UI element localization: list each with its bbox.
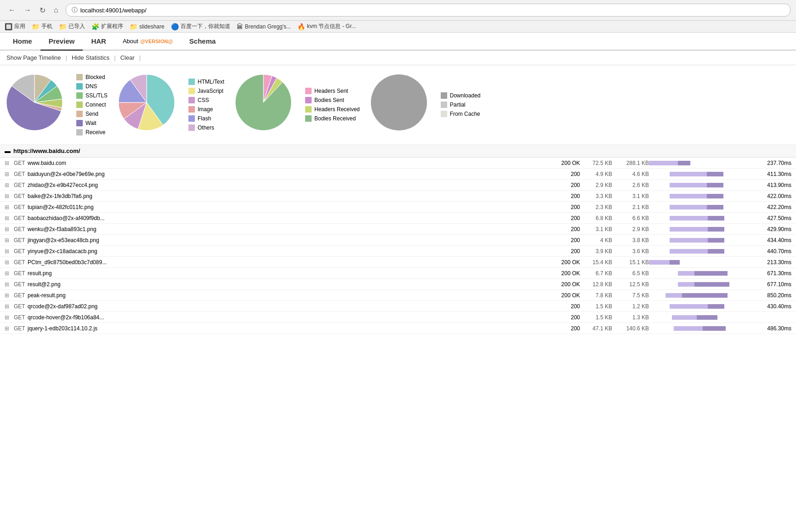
table-row[interactable]: ⊞ GET peak-result.png 200 OK 7.8 KB 7.5 … (0, 290, 796, 301)
row-expand-icon[interactable]: ⊞ (5, 193, 14, 199)
row-expand-icon[interactable]: ⊞ (5, 270, 14, 277)
clear-button[interactable]: Clear (119, 53, 136, 62)
address-bar[interactable]: ⓘ localhost:49001/webapp/ (66, 4, 790, 17)
row-expand-icon[interactable]: ⊞ (5, 303, 14, 310)
hide-statistics-button[interactable]: Hide Statistics (70, 53, 111, 62)
tab-about[interactable]: About @VERSION@ (114, 33, 181, 49)
legend-item: HTML/Text (188, 79, 224, 85)
legend-item: DNS (76, 83, 108, 90)
col-sent: 3.3 KB (580, 193, 612, 199)
bookmark-icon: 📁 (130, 23, 137, 30)
back-button[interactable]: ← (6, 5, 18, 15)
table-row[interactable]: ⊞ GET result@2.png 200 OK 12.8 KB 12.5 K… (0, 279, 796, 290)
table-row[interactable]: ⊞ GET yinyue@2x-c18adacacb.png 200 3.9 K… (0, 246, 796, 257)
legend-item: Bodies Sent (305, 97, 360, 103)
col-time: 213.30ms (750, 259, 791, 266)
tab-har[interactable]: HAR (83, 33, 114, 51)
legend-item: Blocked (76, 74, 108, 80)
legend-color (76, 92, 83, 99)
reload-button[interactable]: ↻ (37, 5, 48, 16)
show-page-timeline-button[interactable]: Show Page Timeline (5, 53, 63, 62)
tab-schema[interactable]: Schema (181, 33, 224, 51)
col-sent: 2.3 KB (580, 204, 612, 210)
section-header[interactable]: ▬ https://www.baidu.com/ (0, 145, 796, 158)
row-expand-icon[interactable]: ⊞ (5, 171, 14, 177)
bookmarks-bar: 🔲应用📁手机📁已导入🧩扩展程序📁slideshare🔵百度一下，你就知道🏛Bre… (0, 21, 796, 33)
col-method: GET (14, 259, 28, 266)
bookmark-item[interactable]: 🔲应用 (5, 23, 25, 30)
row-expand-icon[interactable]: ⊞ (5, 248, 14, 255)
row-expand-icon[interactable]: ⊞ (5, 325, 14, 332)
col-sent: 2.9 KB (580, 182, 612, 188)
table-row[interactable]: ⊞ GET jingyan@2x-e53eac48cb.png 200 4 KB… (0, 235, 796, 246)
bookmark-item[interactable]: 📁slideshare (130, 23, 165, 30)
tab-preview[interactable]: Preview (40, 33, 83, 51)
forward-button[interactable]: → (21, 5, 34, 15)
home-button[interactable]: ⌂ (51, 5, 61, 15)
col-sent: 6.8 KB (580, 215, 612, 221)
col-received: 6.5 KB (612, 270, 649, 277)
row-expand-icon[interactable]: ⊞ (5, 314, 14, 321)
table-row[interactable]: ⊞ GET tupian@2x-482fc011fc.png 200 2.3 K… (0, 202, 796, 213)
legend-label: Wait (85, 120, 97, 126)
bookmark-item[interactable]: 🏛Brendan Gregg's... (237, 23, 291, 30)
col-url: jquery-1-edb203c114.10.2.js (28, 325, 548, 332)
col-received: 1.2 KB (612, 303, 649, 310)
table-row[interactable]: ⊞ GET qrcode-hover@2x-f9b106a84... 200 1… (0, 312, 796, 323)
legend-item: Receive (76, 129, 108, 136)
legend-label: Image (198, 106, 213, 113)
bookmark-item[interactable]: 🔵百度一下，你就知道 (171, 23, 230, 30)
row-expand-icon[interactable]: ⊞ (5, 204, 14, 210)
table-row[interactable]: ⊞ GET baobaozhidao@2x-af409f9db... 200 6… (0, 213, 796, 224)
row-expand-icon[interactable]: ⊞ (5, 292, 14, 299)
col-sent: 7.8 KB (580, 292, 612, 299)
row-expand-icon[interactable]: ⊞ (5, 281, 14, 288)
legend-label: Others (198, 125, 214, 131)
bookmark-item[interactable]: 📁手机 (32, 23, 52, 30)
legend-color (305, 88, 312, 94)
bookmark-item[interactable]: 🔥kvm 节点信息 - Gr... (297, 23, 356, 30)
legend-label: Send (85, 111, 98, 117)
table-row[interactable]: ⊞ GET baiduyun@2x-e0be79e69e.png 200 4.9… (0, 169, 796, 180)
row-expand-icon[interactable]: ⊞ (5, 215, 14, 221)
col-method: GET (14, 215, 28, 221)
col-method: GET (14, 204, 28, 210)
col-bar (649, 205, 750, 209)
col-url: jingyan@2x-e53eac48cb.png (28, 237, 548, 243)
bookmark-icon: 📁 (59, 23, 67, 30)
col-status: 200 (548, 325, 580, 332)
table-row[interactable]: ⊞ GET www.baidu.com 200 OK 72.5 KB 288.1… (0, 158, 796, 169)
table-row[interactable]: ⊞ GET PCtm_d9c8750bed0b3c7d089... 200 OK… (0, 257, 796, 268)
legend-color (188, 125, 195, 131)
row-expand-icon[interactable]: ⊞ (5, 226, 14, 232)
row-expand-icon[interactable]: ⊞ (5, 237, 14, 243)
table-row[interactable]: ⊞ GET baike@2x-1fe3db7fa6.png 200 3.3 KB… (0, 191, 796, 202)
legend-item: Wait (76, 120, 108, 126)
row-expand-icon[interactable]: ⊞ (5, 182, 14, 188)
bookmark-icon: 🔵 (171, 23, 179, 30)
legend-color (188, 88, 195, 94)
col-received: 2.1 KB (612, 204, 649, 210)
row-expand-icon[interactable]: ⊞ (5, 259, 14, 266)
bookmark-item[interactable]: 🧩扩展程序 (91, 23, 123, 30)
col-status: 200 (548, 303, 580, 310)
table-row[interactable]: ⊞ GET jquery-1-edb203c114.10.2.js 200 47… (0, 323, 796, 334)
legend-item: Headers Received (305, 106, 360, 113)
table-row[interactable]: ⊞ GET zhidao@2x-e9b427ecc4.png 200 2.9 K… (0, 180, 796, 191)
legend-label: CSS (198, 97, 209, 103)
row-expand-icon[interactable]: ⊞ (5, 160, 14, 166)
col-time: 429.90ms (750, 226, 791, 232)
legend-item: Headers Sent (305, 88, 360, 94)
table-row[interactable]: ⊞ GET result.png 200 OK 6.7 KB 6.5 KB 67… (0, 268, 796, 279)
col-method: GET (14, 314, 28, 321)
col-bar (649, 260, 750, 265)
table-row[interactable]: ⊞ GET wenku@2x-f3aba893c1.png 200 3.1 KB… (0, 224, 796, 235)
bookmark-item[interactable]: 📁已导入 (59, 23, 85, 30)
table-row[interactable]: ⊞ GET qrcode@2x-daf987ad02.png 200 1.5 K… (0, 301, 796, 312)
col-received: 3.6 KB (612, 248, 649, 255)
legend-color (188, 79, 195, 85)
tab-home[interactable]: Home (5, 33, 40, 51)
toolbar-sep-2: | (111, 54, 118, 61)
legend-color (76, 111, 83, 117)
col-received: 3.8 KB (612, 237, 649, 243)
